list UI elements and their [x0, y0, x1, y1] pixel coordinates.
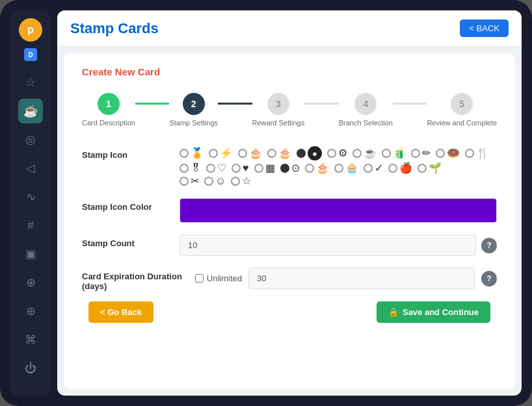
page-title: Stamp Cards — [70, 20, 159, 37]
icon-option-10[interactable]: 🍩 — [436, 148, 460, 159]
icon-heart-filled: ♥ — [243, 163, 249, 173]
radio-9 — [411, 149, 420, 158]
radio-4 — [267, 149, 276, 158]
icon-row-2: 🎖 ♡ ♥ ▦ ⊙ 🎂 🧁 ✓ 🍎 🌱 — [180, 163, 497, 173]
radio-8 — [382, 149, 391, 158]
save-continue-button[interactable]: 🔒 Save and Continue — [377, 301, 490, 323]
icon-smile: ☺ — [215, 176, 226, 186]
icon-option-13[interactable]: ♡ — [206, 163, 226, 173]
icon-apple: 🍎 — [399, 163, 412, 173]
icon-option-24[interactable]: ☆ — [231, 176, 251, 186]
icon-cupcake: 🧁 — [345, 163, 358, 173]
icon-pattern: ▦ — [265, 163, 275, 173]
radio-17 — [305, 164, 314, 173]
icon-cake2: 🎂 — [278, 148, 291, 159]
save-icon: 🔒 — [388, 307, 399, 317]
radio-12 — [180, 164, 189, 173]
radio-5 — [297, 149, 306, 158]
go-back-button[interactable]: < Go Back — [88, 301, 153, 323]
icon-gear: ⚙ — [338, 148, 347, 159]
save-label: Save and Continue — [403, 307, 479, 317]
back-button[interactable]: < BACK — [460, 19, 509, 37]
icon-option-18[interactable]: 🧁 — [334, 163, 358, 173]
radio-24 — [231, 177, 240, 186]
expiry-field: Unlimited ? — [195, 268, 497, 289]
create-card-title: Create New Card — [82, 66, 497, 77]
stamp-icon-label: Stamp Icon — [82, 146, 166, 160]
sidebar-item-star[interactable]: ☆ — [18, 70, 43, 95]
stamp-count-input-group: ? — [180, 235, 497, 256]
app-logo: p — [19, 18, 42, 42]
icon-option-16[interactable]: ⊙ — [280, 163, 300, 173]
radio-3 — [238, 149, 247, 158]
icon-option-6[interactable]: ⚙ — [327, 148, 347, 159]
icon-option-17[interactable]: 🎂 — [305, 163, 329, 173]
unlimited-checkbox[interactable] — [195, 274, 204, 283]
header: Stamp Cards < BACK — [57, 10, 522, 47]
radio-20 — [388, 164, 397, 173]
expiry-help-button[interactable]: ? — [481, 271, 497, 286]
icon-option-19[interactable]: ✓ — [364, 163, 383, 173]
stamp-count-help-button[interactable]: ? — [481, 238, 497, 253]
icon-birthday: 🎂 — [316, 163, 329, 173]
icon-option-7[interactable]: ☕ — [352, 148, 377, 159]
sidebar-item-send[interactable]: ◁ — [18, 156, 43, 181]
icon-option-11[interactable]: 🍴 — [465, 148, 489, 159]
icon-option-12[interactable]: 🎖 — [180, 163, 201, 173]
icon-option-4[interactable]: 🎂 — [267, 148, 291, 159]
sidebar-item-hash[interactable]: # — [18, 213, 43, 238]
radio-16 — [280, 164, 289, 173]
icon-filled-circle: ● — [308, 146, 322, 160]
expiry-row: Card Expiration Duration(days) Unlimited… — [82, 268, 497, 291]
sidebar-item-doc[interactable]: ▣ — [18, 242, 43, 266]
sidebar-item-chart[interactable]: ∿ — [18, 184, 43, 209]
radio-6 — [327, 149, 336, 158]
radio-15 — [254, 164, 263, 173]
icon-bolt: ⚡ — [220, 148, 233, 159]
step-circle-2: 2 — [183, 93, 205, 115]
connector-1-2 — [135, 103, 170, 105]
icon-option-3[interactable]: 🎂 — [238, 148, 262, 159]
connector-2-3 — [218, 103, 252, 105]
icon-leaf: 🌱 — [429, 163, 442, 173]
stamp-count-input[interactable] — [180, 235, 476, 256]
sidebar-item-power[interactable]: ⏻ — [18, 356, 43, 381]
stamp-count-label: Stamp Count — [82, 235, 166, 248]
icon-cup: 🧃 — [393, 148, 406, 159]
radio-11 — [465, 149, 474, 158]
icon-option-5[interactable]: ● — [297, 146, 322, 160]
icon-option-1[interactable]: 🏅 — [180, 148, 204, 159]
radio-14 — [232, 164, 241, 173]
radio-1 — [180, 149, 189, 158]
sidebar-item-stamp[interactable]: ☕ — [18, 99, 43, 123]
step-circle-3: 3 — [267, 93, 289, 115]
stamp-count-field: ? — [180, 235, 497, 256]
icon-option-8[interactable]: 🧃 — [382, 148, 406, 159]
color-picker[interactable] — [180, 198, 497, 223]
stamp-count-row: Stamp Count ? — [82, 235, 497, 256]
icon-option-21[interactable]: 🌱 — [418, 163, 442, 173]
sidebar-item-globe[interactable]: ⊕ — [18, 299, 43, 324]
stamp-color-label: Stamp Icon Color — [82, 198, 166, 212]
step-1: 1 Card Description — [82, 93, 135, 127]
icon-coffee: ☕ — [364, 148, 377, 159]
icon-option-15[interactable]: ▦ — [254, 163, 275, 173]
icon-option-22[interactable]: ✂ — [180, 176, 199, 186]
icon-option-2[interactable]: ⚡ — [209, 148, 233, 159]
icon-option-20[interactable]: 🍎 — [388, 163, 412, 173]
sidebar-badge: D — [24, 48, 37, 61]
icon-option-9[interactable]: ✏ — [411, 148, 431, 159]
unlimited-checkbox-label[interactable]: Unlimited — [195, 273, 242, 283]
expiry-label: Card Expiration Duration(days) — [82, 268, 182, 291]
stamp-icon-grid: 🏅 ⚡ 🎂 🎂 ● ⚙ ☕ 🧃 ✏ 🍩 🍴 — [180, 146, 497, 186]
icon-option-23[interactable]: ☺ — [204, 176, 226, 186]
tablet-frame: p D ☆ ☕ ◎ ◁ ∿ # ▣ ⊕ ⊕ ⌘ ⏻ Stamp Cards < … — [0, 0, 532, 406]
icon-option-14[interactable]: ♥ — [232, 163, 249, 173]
stamp-color-row: Stamp Icon Color — [82, 198, 497, 223]
sidebar-item-location[interactable]: ◎ — [18, 127, 43, 152]
icon-checkmark: ✓ — [375, 163, 383, 173]
expiry-input[interactable] — [248, 268, 475, 289]
sidebar-item-key[interactable]: ⌘ — [18, 327, 43, 352]
sidebar-item-badge[interactable]: ⊕ — [18, 270, 43, 295]
form-section: Stamp Icon 🏅 ⚡ 🎂 🎂 ● ⚙ ☕ 🧃 ✏ — [82, 146, 497, 291]
